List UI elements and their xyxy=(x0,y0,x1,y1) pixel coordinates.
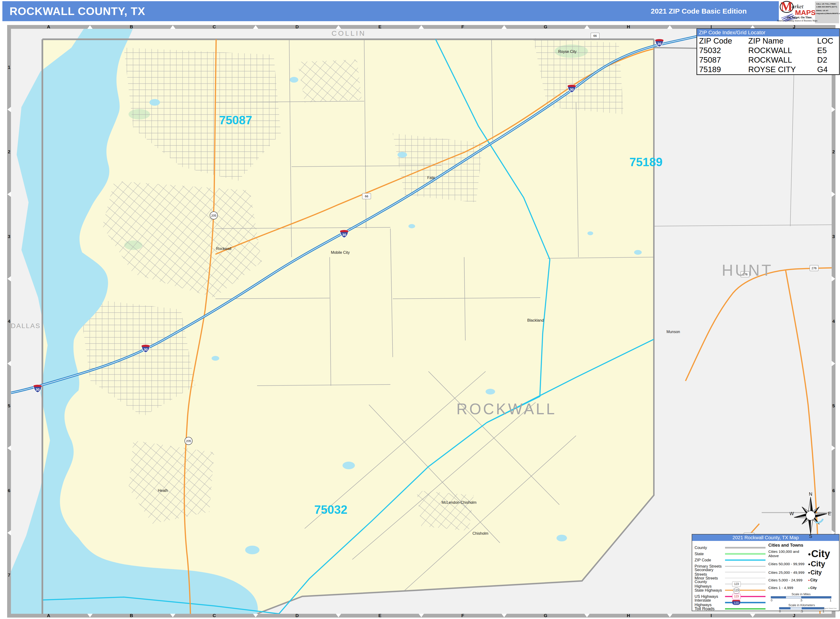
grid-notch xyxy=(832,191,835,197)
logo-contact-box: CALL US TOLL FREE! 1-888-434-MAPS (6277)… xyxy=(815,1,839,23)
grid-col-label: F xyxy=(421,25,504,29)
map-canvas: 30 30 30 30 30 205 205 66 66 276 276 156… xyxy=(11,29,832,614)
scale-km-bar xyxy=(779,607,824,610)
grid-row-label: 4 xyxy=(832,279,836,364)
svg-text:205: 205 xyxy=(211,214,216,217)
grid-notch xyxy=(419,614,424,618)
grid-notch xyxy=(502,614,507,618)
contact-email-label: EMAIL US AT: xyxy=(816,9,838,12)
rockwall-county-label: ROCKWALL xyxy=(457,401,557,417)
grid-col-label: D xyxy=(256,25,338,29)
city-dot-icon xyxy=(809,580,810,581)
logo-subtitle: America's Leading Source of Business Map… xyxy=(777,19,818,22)
grid-notch xyxy=(667,614,673,618)
grid-row-label: 6 xyxy=(7,448,11,533)
scale-miles-bar xyxy=(771,596,831,598)
legend-city-row-5: Cities 1 - 4,999 City xyxy=(768,586,836,590)
grid-col-label: F xyxy=(421,614,504,618)
county-highway-shield: 123 xyxy=(732,582,741,587)
city-label-blackland: Blackland xyxy=(527,318,544,322)
scale-miles: Scale in Miles 0 .5 1 xyxy=(771,592,831,602)
toll-road-sample xyxy=(725,608,765,610)
contact-call-label: CALL US TOLL FREE! xyxy=(816,3,838,5)
grid-notch xyxy=(7,276,11,281)
city-dot-icon xyxy=(809,564,810,565)
map-page: ROCKWALL COUNTY, TX 2021 ZIP Code Basic … xyxy=(0,0,840,619)
grid-notch xyxy=(336,25,341,29)
zip-name-cell: ROYSE CITY xyxy=(739,65,806,74)
svg-text:30: 30 xyxy=(342,233,346,237)
svg-text:276: 276 xyxy=(812,266,817,270)
zip-label-75189: 75189 xyxy=(629,155,662,169)
legend-row-secondary: Secondary Streets xyxy=(695,570,765,574)
logo-tagline: On Target. On Time. xyxy=(787,16,812,19)
logo-maps: MAPS xyxy=(795,9,816,16)
zip-name-cell: ROCKWALL xyxy=(739,46,806,55)
zip-label-75032: 75032 xyxy=(314,503,347,516)
legend-city-row-1: Cities 100,000 and Above City xyxy=(768,548,836,559)
zip-col-loc: LOC xyxy=(805,36,839,46)
compass-rose: N E S W xyxy=(790,492,831,539)
grid-col-label: G xyxy=(504,25,587,29)
scale-kilometers: Scale in Kilometers 0 .5 1 xyxy=(779,603,824,613)
minor-street-sample xyxy=(725,578,765,578)
primary-street-sample xyxy=(725,566,765,567)
grid-row-label: 2 xyxy=(832,110,836,194)
grid-col-label: H xyxy=(587,25,670,29)
grid-notch xyxy=(502,25,507,29)
legend-row-toll: Toll Roads xyxy=(695,606,765,611)
zip-label-75087: 75087 xyxy=(219,114,252,127)
grid-row-label: 5 xyxy=(7,363,11,448)
zip-index-box: ZIP Code Index/Grid Locator ZIP Code ZIP… xyxy=(697,28,840,75)
city-label-rockwall: Rockwall xyxy=(216,247,232,251)
hunt-county-label: HUNT xyxy=(722,262,773,279)
edition-label: 2021 ZIP Code Basic Edition xyxy=(651,1,747,21)
grid-bar-left: 1234567 xyxy=(7,25,11,618)
grid-notch xyxy=(832,107,835,112)
grid-notch xyxy=(750,614,755,618)
grid-notch xyxy=(87,614,93,618)
grid-notch xyxy=(832,446,835,451)
grid-row-label: 6 xyxy=(832,448,836,533)
collin-county-label: COLLIN xyxy=(332,29,366,37)
city-dot-icon xyxy=(809,553,810,555)
grid-notch xyxy=(7,530,11,535)
zip-col-name: ZIP Name xyxy=(739,36,806,46)
grid-notch xyxy=(170,25,175,29)
cities-and-towns-header: Cities and Towns xyxy=(768,543,803,548)
zip-code-cell: 75189 xyxy=(697,65,739,74)
grid-col-label: G xyxy=(504,614,587,618)
grid-notch xyxy=(419,25,424,29)
grid-notch xyxy=(584,614,590,618)
grid-col-label: C xyxy=(173,614,256,618)
grid-row-label: 7 xyxy=(7,533,11,618)
marketmaps-logo: M arket MAPS On Target. On Time. America… xyxy=(780,0,839,23)
svg-text:66: 66 xyxy=(593,34,597,37)
grid-notch xyxy=(832,276,835,281)
legend-city-row-4: Cities 5,000 - 24,999 City xyxy=(768,578,836,582)
state-line-sample xyxy=(725,553,765,555)
grid-row-label: 2 xyxy=(7,110,11,194)
grid-notch xyxy=(7,107,11,112)
legend-row-county-hwy: County Highways 123 xyxy=(695,582,765,586)
zip-loc-cell: E5 xyxy=(805,46,839,55)
city-label-chisholm: Chisholm xyxy=(472,531,489,535)
logo-art: M arket MAPS On Target. On Time. America… xyxy=(780,0,815,23)
grid-col-label: B xyxy=(90,614,173,618)
legend-row-interstate: Interstate Highways 123 xyxy=(695,600,765,605)
city-label-royse-city: Royse City xyxy=(558,49,577,54)
svg-text:30: 30 xyxy=(658,42,662,46)
grid-col-label: E xyxy=(338,25,421,29)
city-label-fate: Fate xyxy=(427,176,435,180)
grid-notch xyxy=(584,25,590,29)
grid-bar-right: 1234567 xyxy=(832,25,836,618)
compass-rose-icon: N E S W xyxy=(790,492,831,539)
zip-loc-cell: G4 xyxy=(805,65,839,74)
svg-text:30: 30 xyxy=(36,387,40,392)
grid-notch xyxy=(832,361,835,366)
grid-col-label: C xyxy=(173,25,256,29)
zip-index-row: 75087 ROCKWALL D2 xyxy=(697,55,839,65)
contact-phone: 1-888-434-MAPS (6277) xyxy=(816,6,838,8)
grid-row-label: 3 xyxy=(832,194,836,279)
grid-col-label: E xyxy=(338,614,421,618)
